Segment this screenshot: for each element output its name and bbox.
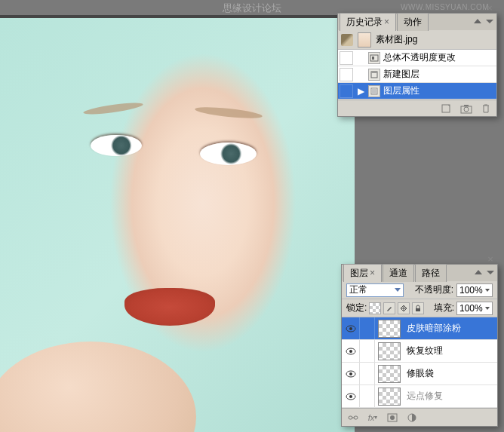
history-marker: [340, 84, 353, 98]
lock-transparency-icon[interactable]: [369, 302, 381, 314]
tab-paths[interactable]: 路径: [415, 264, 447, 282]
history-marker: [340, 68, 353, 81]
history-item-label: 总体不透明度更改: [383, 51, 456, 64]
opacity-value: 100%: [459, 285, 483, 296]
link-column[interactable]: [360, 363, 375, 385]
close-icon[interactable]: ×: [485, 253, 496, 264]
eye-icon: [346, 370, 356, 378]
history-panel: × 历史记录× 动作 素材图.jpg 总体不透明度更改 新建图层 ▶ 图层属性: [337, 13, 497, 117]
history-item-label: 新建图层: [383, 68, 419, 81]
svg-point-10: [349, 327, 352, 330]
layers-tab-row: 图层× 通道 路径: [342, 265, 497, 281]
blend-opacity-row: 正常 不透明度: 100%: [342, 281, 497, 299]
history-item[interactable]: 总体不透明度更改: [338, 50, 496, 66]
blend-mode-select[interactable]: 正常: [346, 283, 404, 297]
svg-point-16: [349, 395, 352, 398]
new-document-icon[interactable]: [441, 103, 453, 114]
link-icon[interactable]: [346, 412, 360, 424]
canvas-image[interactable]: [0, 18, 355, 432]
link-column[interactable]: [360, 317, 375, 339]
lock-position-icon[interactable]: [398, 302, 410, 314]
tab-actions[interactable]: 动作: [397, 13, 429, 31]
layer-thumbnail[interactable]: [378, 320, 401, 338]
panel-menu-icon[interactable]: [487, 268, 496, 277]
adjustment-icon[interactable]: [405, 412, 419, 424]
fill-label: 填充:: [434, 302, 454, 314]
history-item-selected[interactable]: ▶ 图层属性: [338, 83, 496, 100]
history-item-label: 图层属性: [383, 84, 419, 97]
eye-icon: [346, 393, 356, 400]
history-footer: [338, 100, 496, 116]
opacity-input[interactable]: 100%: [456, 283, 493, 297]
snapshot-name: 素材图.jpg: [376, 33, 417, 46]
layer-row-selected[interactable]: 皮肤暗部涂粉: [342, 317, 497, 340]
svg-point-21: [390, 415, 395, 420]
history-item[interactable]: 新建图层: [338, 66, 496, 83]
layer-list: 皮肤暗部涂粉 恢复纹理 修眼袋 远点修复: [342, 317, 497, 408]
svg-point-14: [349, 372, 352, 375]
layer-row[interactable]: 远点修复: [342, 385, 497, 408]
layer-thumbnail[interactable]: [378, 365, 401, 383]
history-marker: [340, 51, 353, 65]
layer-name: 恢复纹理: [404, 345, 443, 357]
fill-input[interactable]: 100%: [456, 302, 493, 315]
visibility-toggle[interactable]: [342, 363, 360, 385]
svg-rect-1: [372, 57, 374, 60]
layer-row[interactable]: 修眼袋: [342, 363, 497, 385]
tab-channels[interactable]: 通道: [383, 264, 414, 282]
opacity-label: 不透明度:: [415, 283, 453, 296]
tab-channels-label: 通道: [389, 268, 407, 278]
layer-thumbnail[interactable]: [378, 342, 401, 360]
trash-icon[interactable]: [480, 103, 492, 114]
history-pointer: ▶: [356, 86, 365, 97]
layer-name: 远点修复: [404, 390, 443, 403]
minimize-icon[interactable]: [474, 17, 483, 26]
lock-all-icon[interactable]: [412, 302, 424, 314]
visibility-toggle[interactable]: [342, 317, 360, 339]
layers-footer: fx▾: [342, 408, 497, 426]
layer-properties-icon: [368, 85, 380, 97]
new-layer-icon: [368, 69, 380, 81]
layer-name: 修眼袋: [404, 367, 434, 380]
tab-actions-label: 动作: [404, 17, 422, 27]
link-column[interactable]: [360, 340, 375, 362]
snapshot-thumb: [358, 32, 371, 47]
eye-icon: [346, 348, 356, 355]
fx-icon[interactable]: fx▾: [366, 412, 380, 424]
minimize-icon[interactable]: [475, 268, 484, 277]
visibility-toggle[interactable]: [342, 340, 360, 362]
mask-icon[interactable]: [386, 412, 399, 424]
panel-menu-icon[interactable]: [486, 17, 495, 26]
close-icon[interactable]: ×: [384, 17, 389, 27]
close-icon[interactable]: ×: [370, 268, 375, 278]
canvas-viewport: [0, 15, 355, 432]
tab-layers[interactable]: 图层×: [343, 264, 382, 282]
svg-point-6: [464, 107, 469, 112]
history-list: 总体不透明度更改 新建图层 ▶ 图层属性: [338, 50, 496, 100]
svg-point-12: [349, 350, 352, 353]
tab-history[interactable]: 历史记录×: [340, 13, 396, 31]
tab-layers-label: 图层: [350, 268, 368, 278]
opacity-icon: [368, 52, 380, 64]
history-tab-row: 历史记录× 动作: [338, 14, 496, 30]
layers-panel: × 图层× 通道 路径 正常 不透明度: 100% 锁定: 填充: 100% 皮…: [341, 264, 498, 427]
history-brush-icon: [341, 34, 353, 46]
fx-label: fx: [368, 413, 375, 422]
svg-rect-8: [416, 308, 420, 311]
lock-paint-icon[interactable]: [383, 302, 395, 314]
layer-name: 皮肤暗部涂粉: [404, 322, 461, 335]
svg-rect-7: [464, 105, 469, 106]
lock-label: 锁定:: [346, 302, 367, 314]
lock-fill-row: 锁定: 填充: 100%: [342, 299, 497, 317]
layer-row[interactable]: 恢复纹理: [342, 340, 497, 363]
camera-icon[interactable]: [460, 103, 472, 114]
visibility-toggle[interactable]: [342, 385, 360, 407]
tab-history-label: 历史记录: [346, 17, 383, 27]
history-snapshot-row[interactable]: 素材图.jpg: [338, 30, 496, 50]
layer-thumbnail[interactable]: [378, 388, 401, 406]
svg-rect-4: [442, 105, 450, 112]
link-column[interactable]: [360, 385, 375, 407]
tab-paths-label: 路径: [422, 268, 440, 278]
watermark-text: 思缘设计论坛: [223, 2, 281, 15]
eye-icon: [346, 325, 356, 332]
